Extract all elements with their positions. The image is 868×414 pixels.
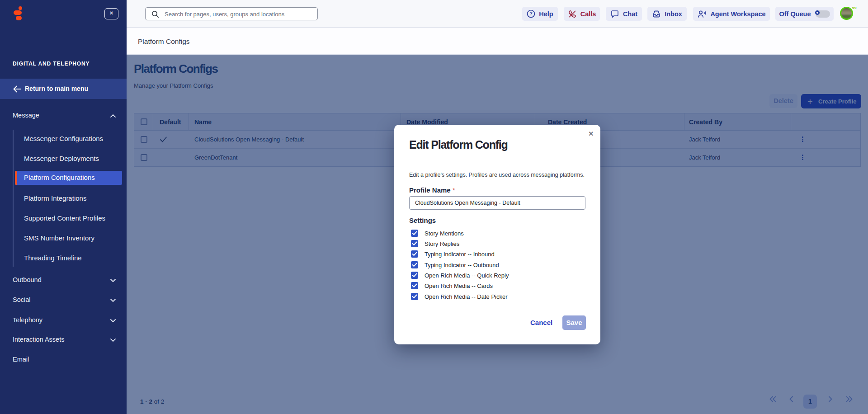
svg-text:?: ? <box>529 11 533 16</box>
